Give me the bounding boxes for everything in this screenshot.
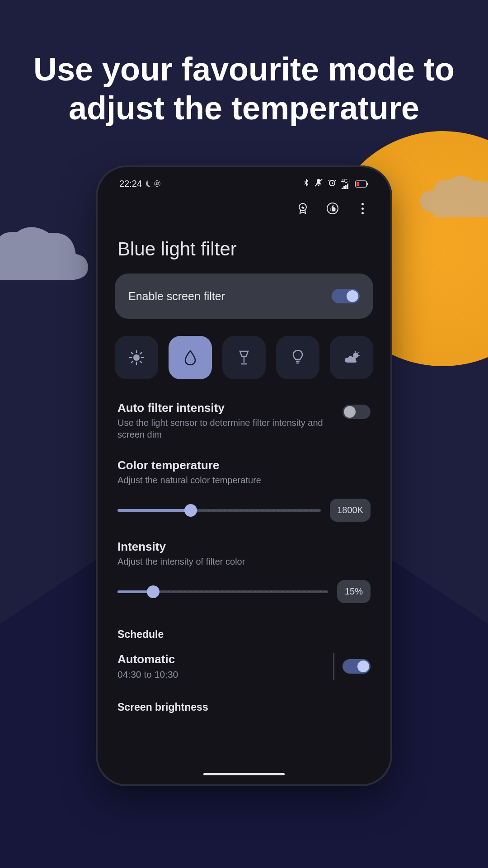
schedule-header: Schedule — [102, 613, 386, 648]
svg-line-16 — [131, 353, 133, 354]
status-time: 22:24 — [119, 179, 142, 189]
status-bar: 22:24 ⏾ ⑮ 4G+ — [102, 172, 386, 192]
battery-icon — [355, 180, 369, 188]
headline: Use your favourite mode to adjust the te… — [0, 0, 488, 128]
svg-rect-3 — [343, 186, 345, 189]
intensity-slider-row: 15% — [102, 572, 386, 613]
overflow-menu[interactable] — [354, 200, 371, 217]
alarm-icon — [328, 178, 337, 189]
svg-line-18 — [131, 361, 133, 363]
enable-filter-toggle[interactable] — [332, 289, 360, 303]
bg-cloud-right — [416, 172, 488, 222]
mode-cloud[interactable] — [330, 336, 373, 379]
status-extras: ⏾ ⑮ — [145, 180, 161, 188]
mode-drop[interactable] — [169, 336, 212, 379]
intensity-row: Intensity Adjust the intensity of filter… — [102, 532, 386, 572]
color-temp-slider[interactable] — [117, 509, 321, 512]
auto-intensity-desc: Use the light sensor to determine filter… — [117, 417, 333, 440]
svg-rect-4 — [345, 185, 347, 189]
brightness-header: Screen brightness — [102, 690, 386, 721]
color-temp-value: 1800K — [330, 499, 371, 522]
color-temp-title: Color temperature — [117, 458, 361, 472]
mode-bulb[interactable] — [276, 336, 319, 379]
svg-line-17 — [140, 361, 141, 363]
automatic-toggle[interactable] — [343, 659, 371, 674]
svg-line-23 — [358, 353, 358, 353]
home-indicator[interactable] — [203, 773, 285, 775]
mode-lamp[interactable] — [222, 336, 266, 379]
svg-rect-8 — [357, 182, 359, 186]
color-temp-desc: Adjust the natural color temperature — [117, 474, 361, 486]
intensity-desc: Adjust the intensity of filter color — [117, 556, 361, 567]
svg-rect-7 — [367, 183, 368, 185]
page-title: Blue light filter — [102, 221, 386, 274]
badge-icon[interactable] — [295, 200, 311, 217]
enable-filter-card[interactable]: Enable screen filter — [115, 274, 373, 319]
svg-point-11 — [133, 354, 140, 361]
automatic-desc: 04:30 to 10:30 — [117, 668, 178, 680]
intensity-value: 15% — [337, 580, 371, 603]
intensity-slider[interactable] — [117, 590, 328, 593]
intensity-title: Intensity — [117, 540, 361, 554]
mode-row — [102, 319, 386, 393]
bluetooth-icon — [303, 178, 310, 189]
vibrate-icon — [314, 178, 323, 189]
auto-intensity-row[interactable]: Auto filter intensity Use the light sens… — [102, 393, 386, 445]
phone-screen: 22:24 ⏾ ⑮ 4G+ — [102, 172, 386, 780]
color-temp-row: Color temperature Adjust the natural col… — [102, 445, 386, 491]
auto-intensity-title: Auto filter intensity — [117, 401, 333, 415]
svg-rect-2 — [342, 188, 343, 189]
svg-line-19 — [140, 353, 141, 354]
signal-icon: 4G+ — [341, 179, 351, 189]
auto-intensity-toggle[interactable] — [343, 405, 371, 419]
automatic-title: Automatic — [117, 652, 178, 666]
phone-frame: 22:24 ⏾ ⑮ 4G+ — [98, 167, 390, 784]
bg-cloud-left — [0, 222, 90, 285]
automatic-divider — [333, 653, 334, 680]
automatic-row[interactable]: Automatic 04:30 to 10:30 — [102, 648, 386, 690]
app-bar — [102, 192, 386, 221]
color-temp-slider-row: 1800K — [102, 491, 386, 532]
enable-filter-label: Enable screen filter — [128, 290, 225, 303]
svg-rect-5 — [347, 184, 348, 189]
thumb-icon[interactable] — [324, 200, 341, 217]
mode-sun[interactable] — [115, 336, 158, 379]
